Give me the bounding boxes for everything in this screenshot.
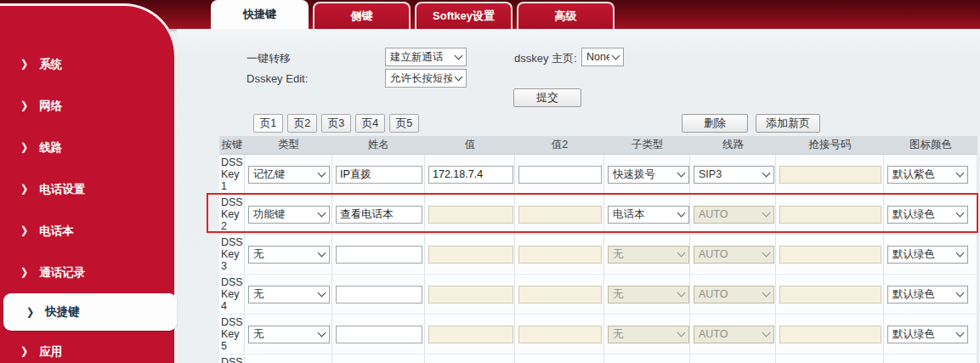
table-row: DSS Key 5 无 无 AUTO 默认绿色 <box>219 315 977 354</box>
chevron-down-icon <box>318 169 326 178</box>
pickup-number-input <box>779 166 881 184</box>
dsskey-edit-label: Dsskey Edit: <box>246 72 308 85</box>
subtype-select: 无 <box>608 326 689 343</box>
page-1-button[interactable]: 页1 <box>253 114 283 133</box>
chevron-down-icon <box>455 52 463 60</box>
dsskey-edit-select[interactable]: 允许长按短按键 <box>385 69 467 88</box>
sidebar-item-label: 系统 <box>39 57 62 72</box>
sidebar-item-label: 电话设置 <box>39 182 85 197</box>
one-key-transfer-label: 一键转移 <box>246 51 291 66</box>
dss-key-label: DSS Key 3 <box>219 236 244 272</box>
col-header-pickup-number: 抢接号码 <box>776 136 884 154</box>
sidebar-item-phonebook[interactable]: ❯ 电话本 <box>0 210 174 252</box>
value-input <box>428 246 513 264</box>
chevron-down-icon <box>677 329 686 337</box>
chevron-down-icon <box>612 52 620 60</box>
chevron-right-icon: ❯ <box>20 99 28 111</box>
page-4-button[interactable]: 页4 <box>355 114 385 133</box>
name-input[interactable] <box>336 286 422 303</box>
sidebar-item-hotkeys[interactable]: ❯ 快捷键 <box>3 293 177 331</box>
type-select[interactable]: 记忆键 <box>248 166 330 184</box>
icon-color-select[interactable]: 默认绿色 <box>887 286 968 303</box>
sidebar-item-label: 快捷键 <box>45 304 80 320</box>
value2-input <box>518 206 602 224</box>
icon-color-select[interactable]: 默认绿色 <box>887 246 968 264</box>
subtype-select[interactable]: 电话本 <box>608 206 689 224</box>
pickup-number-input <box>779 326 881 343</box>
add-new-page-button[interactable]: 添加新页 <box>756 114 820 133</box>
icon-color-select[interactable]: 默认紫色 <box>887 166 968 184</box>
chevron-right-icon: ❯ <box>20 183 28 195</box>
chevron-down-icon <box>318 329 326 337</box>
value-input <box>428 206 513 224</box>
chevron-right-icon: ❯ <box>20 345 28 357</box>
dss-key-label: DSS Key 4 <box>219 276 244 312</box>
sidebar-item-label: 网络 <box>39 99 62 114</box>
page-5-button[interactable]: 页5 <box>389 114 419 133</box>
value2-input[interactable] <box>518 166 602 184</box>
type-select[interactable]: 功能键 <box>248 206 330 224</box>
dss-key-label: DSS Key 6 <box>219 356 244 363</box>
name-input[interactable] <box>336 326 422 343</box>
one-key-transfer-select[interactable]: 建立新通话 <box>385 48 467 66</box>
sidebar-item-line[interactable]: ❯ 线路 <box>0 127 174 168</box>
name-input[interactable] <box>336 246 422 264</box>
line-select[interactable]: SIP3 <box>694 166 774 184</box>
subtype-select[interactable]: 快速拨号 <box>608 166 689 184</box>
col-header-name: 姓名 <box>332 136 425 154</box>
tab-hotkeys[interactable]: 快捷键 <box>211 0 309 29</box>
pickup-number-input <box>779 286 881 303</box>
name-input[interactable] <box>336 206 422 224</box>
chevron-down-icon <box>762 329 771 337</box>
type-select[interactable]: 无 <box>248 286 330 303</box>
sidebar-item-label: 应用 <box>39 344 62 360</box>
sidebar-item-phone-settings[interactable]: ❯ 电话设置 <box>0 168 174 210</box>
line-select: AUTO <box>694 246 774 264</box>
subtype-select: 无 <box>608 246 689 264</box>
col-header-subtype: 子类型 <box>604 136 690 154</box>
sidebar-item-apps[interactable]: ❯ 应用 <box>0 331 174 363</box>
line-select: AUTO <box>694 326 774 343</box>
chevron-down-icon <box>677 209 686 218</box>
type-select[interactable]: 无 <box>248 246 330 264</box>
chevron-down-icon <box>762 169 771 178</box>
value2-input <box>518 246 602 264</box>
sidebar-item-call-log[interactable]: ❯ 通话记录 <box>0 252 174 293</box>
page-3-button[interactable]: 页3 <box>321 114 351 133</box>
dss-key-table: 按键 类型 姓名 值 值2 子类型 线路 抢接号码 图标颜色 DSS Key 1… <box>219 136 977 363</box>
dsskey-home-select[interactable]: None <box>581 48 624 66</box>
value-input[interactable] <box>428 166 513 184</box>
dsskey-home-label: dsskey 主页: <box>514 51 577 66</box>
chevron-down-icon <box>956 289 965 298</box>
sidebar-item-system[interactable]: ❯ 系统 <box>0 43 174 85</box>
page-2-button[interactable]: 页2 <box>287 114 317 133</box>
name-input[interactable] <box>336 166 422 184</box>
chevron-down-icon <box>677 289 686 298</box>
icon-color-select[interactable]: 默认绿色 <box>887 206 968 224</box>
chevron-right-icon: ❯ <box>26 306 34 318</box>
table-row: DSS Key 2 功能键 电话本 AUTO 默认绿色 <box>219 195 977 235</box>
line-select: AUTO <box>694 286 774 303</box>
icon-color-select[interactable]: 默认绿色 <box>887 326 968 343</box>
type-select[interactable]: 无 <box>248 326 330 343</box>
chevron-down-icon <box>318 209 326 218</box>
chevron-down-icon <box>956 249 965 258</box>
tab-softkey-settings[interactable]: Softkey设置 <box>415 2 513 29</box>
dss-key-label: DSS Key 2 <box>219 196 244 232</box>
sidebar-item-network[interactable]: ❯ 网络 <box>0 85 174 127</box>
chevron-right-icon: ❯ <box>20 58 28 70</box>
chevron-right-icon: ❯ <box>20 224 28 236</box>
dss-key-label: DSS Key 1 <box>219 156 244 192</box>
col-header-icon-color: 图标颜色 <box>884 136 977 154</box>
tab-advanced[interactable]: 高级 <box>517 2 615 29</box>
col-header-value2: 值2 <box>515 136 604 154</box>
table-header-row: 按键 类型 姓名 值 值2 子类型 线路 抢接号码 图标颜色 <box>219 136 977 155</box>
chevron-down-icon <box>762 209 771 218</box>
value2-input <box>518 326 602 343</box>
col-header-value: 值 <box>425 136 515 154</box>
submit-button[interactable]: 提交 <box>513 88 581 107</box>
col-header-type: 类型 <box>245 136 332 154</box>
delete-button[interactable]: 删除 <box>682 114 748 133</box>
tab-side-key[interactable]: 侧键 <box>313 2 411 29</box>
sidebar: ❯ 系统 ❯ 网络 ❯ 线路 ❯ 电话设置 ❯ 电话本 ❯ 通话记录 ❯ 快捷键… <box>0 3 177 363</box>
